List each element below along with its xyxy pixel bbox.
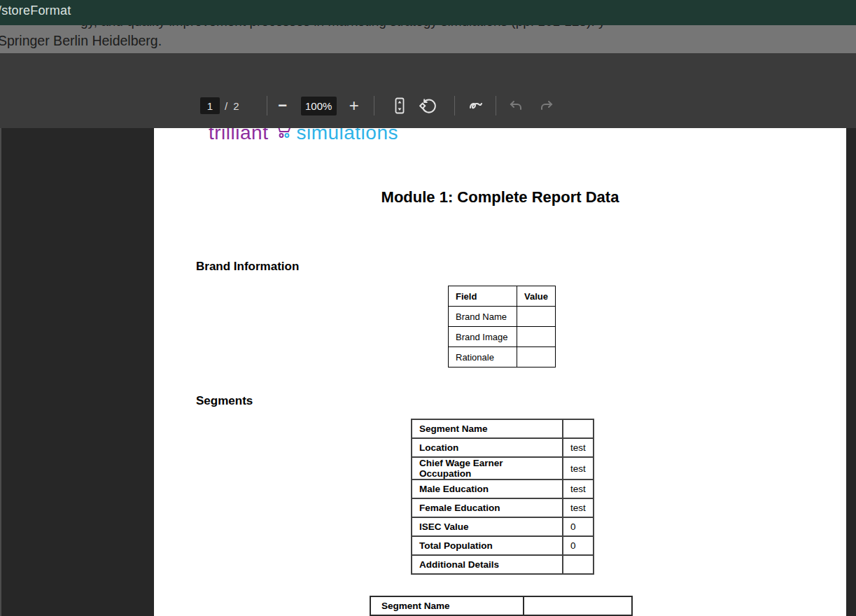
logo-trilliant-text: trilliant (209, 128, 268, 144)
window-title-bar: /storeFormat (0, 0, 856, 25)
pdf-toolbar: 1 / 2 − 100% + (0, 53, 856, 128)
column-header: Value (517, 286, 556, 307)
table-row: Chief Wage Earner Occupationtest (412, 457, 594, 479)
table-row: Total Population0 (412, 536, 594, 555)
table-cell: Rationale (449, 347, 517, 368)
draw-annotate-button[interactable] (467, 95, 485, 116)
rotate-icon (419, 97, 437, 115)
undo-icon (507, 97, 524, 114)
toolbar-divider (496, 96, 496, 115)
zoom-out-button[interactable]: − (276, 97, 290, 115)
table-row: Additional Details (412, 555, 594, 574)
table-cell (517, 307, 556, 327)
table-cell: test (563, 457, 594, 479)
brand-logo: trilliant simulations (209, 128, 405, 146)
rotate-button[interactable] (419, 95, 437, 116)
table-cell: Brand Image (449, 327, 517, 347)
citation-text: Springer Berlin Heidelberg. (0, 33, 162, 49)
viewer-left-edge (0, 128, 1, 616)
toolbar-divider (374, 96, 374, 115)
table-row: ISEC Value0 (412, 517, 594, 536)
page-count-label: / 2 (225, 100, 241, 112)
table-cell: Male Education (412, 479, 563, 498)
toolbar-divider (267, 96, 267, 115)
table-row: Segment Name (370, 596, 632, 615)
clipped-citation-line: gy, and quality improvement processes in… (80, 25, 605, 29)
table-cell: Segment Name (370, 596, 524, 615)
segments-heading: Segments (196, 394, 253, 408)
second-segment-table: Segment Name (370, 596, 633, 616)
shopping-cart-icon (272, 128, 293, 143)
table-row: Rationale (449, 347, 556, 368)
fit-to-page-icon (391, 97, 408, 115)
table-cell: 0 (563, 517, 594, 536)
window-title: /storeFormat (0, 4, 71, 18)
table-row: Brand Name (449, 307, 556, 327)
brand-information-heading: Brand Information (196, 260, 299, 274)
dimmed-page-band: gy, and quality improvement processes in… (0, 25, 856, 53)
table-cell: Female Education (412, 498, 563, 517)
brand-information-table: FieldValueBrand NameBrand ImageRationale (448, 286, 556, 368)
table-row: Locationtest (412, 438, 594, 457)
table-header-row: FieldValue (449, 286, 556, 307)
table-cell: test (563, 438, 594, 457)
table-cell: ISEC Value (412, 517, 563, 536)
pdf-page: trilliant simulations Module 1: Complete… (154, 128, 846, 616)
table-cell: Segment Name (412, 419, 563, 438)
table-cell: test (563, 498, 594, 517)
table-row: Female Educationtest (412, 498, 594, 517)
table-cell (524, 596, 632, 615)
column-header: Field (449, 286, 517, 307)
page-number-input[interactable]: 1 (200, 97, 220, 114)
table-cell: Location (412, 438, 563, 457)
table-row: Male Educationtest (412, 479, 594, 498)
table-cell (563, 555, 594, 574)
pdf-toolbar-controls: 1 / 2 − 100% + (200, 95, 556, 116)
table-cell: Chief Wage Earner Occupation (412, 457, 563, 479)
table-cell (517, 347, 556, 368)
table-cell: 0 (563, 536, 594, 555)
redo-button[interactable] (538, 95, 556, 116)
table-row: Brand Image (449, 327, 556, 347)
table-cell (517, 327, 556, 347)
fit-to-page-button[interactable] (391, 95, 409, 116)
toolbar-divider (454, 96, 455, 115)
segment-detail-table: Segment NameLocationtestChief Wage Earne… (411, 419, 594, 575)
table-row: Segment Name (412, 419, 594, 438)
document-title: Module 1: Complete Report Data (154, 188, 846, 206)
logo-simulations-text: simulations (296, 128, 398, 144)
redo-icon (538, 97, 555, 114)
table-cell: Additional Details (412, 555, 563, 574)
undo-button[interactable] (507, 95, 525, 116)
table-cell: Total Population (412, 536, 563, 555)
table-cell: Brand Name (449, 307, 517, 327)
table-cell: test (563, 479, 594, 498)
table-cell (563, 419, 594, 438)
pdf-viewer: 1 / 2 − 100% + (0, 53, 856, 616)
zoom-in-button[interactable]: + (346, 96, 362, 115)
draw-squiggle-icon (467, 97, 485, 115)
zoom-level-input[interactable]: 100% (301, 97, 337, 115)
